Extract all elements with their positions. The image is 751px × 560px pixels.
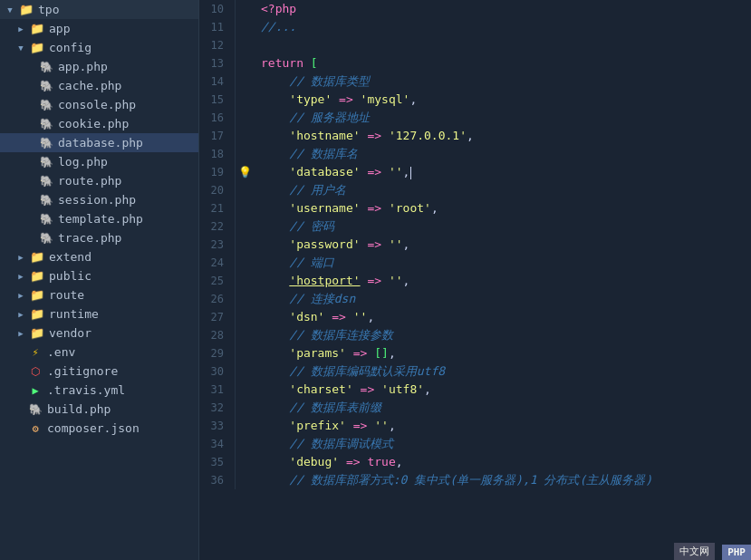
line-content: 'username' => 'root',	[254, 199, 751, 217]
file-icon: 🐘	[38, 61, 54, 73]
sidebar-item-runtime[interactable]: ▶📁runtime	[0, 304, 198, 323]
line-content: // 数据库类型	[254, 72, 751, 91]
sidebar-item-extend[interactable]: ▶📁extend	[0, 247, 198, 266]
line-content: //...	[254, 18, 751, 36]
sidebar-item-route.php[interactable]: 🐘route.php	[0, 171, 198, 190]
line-content: // 服务器地址	[254, 109, 751, 127]
code-line: 23 'password' => '',	[199, 236, 751, 254]
folder-icon: 📁	[29, 250, 45, 264]
file-icon: 🐘	[38, 137, 54, 150]
sidebar-item-.gitignore[interactable]: ⬡.gitignore	[0, 362, 198, 381]
sidebar-item-app[interactable]: ▶📁app	[0, 19, 198, 38]
line-number: 23	[199, 236, 236, 254]
folder-icon: 📁	[29, 288, 45, 302]
line-content: 'charset' => 'utf8',	[254, 381, 751, 399]
sidebar-item-label: session.php	[58, 193, 136, 207]
line-number: 21	[199, 199, 236, 217]
sidebar-item-app.php[interactable]: 🐘app.php	[0, 57, 198, 76]
code-line: 21 'username' => 'root',	[199, 199, 751, 217]
line-content: 'type' => 'mysql',	[254, 91, 751, 109]
arrow-icon: ▶	[14, 310, 27, 319]
code-line: 31 'charset' => 'utf8',	[199, 381, 751, 399]
line-gutter	[236, 254, 254, 272]
sidebar-item-label: trace.php	[58, 231, 121, 245]
sidebar-item-composer.json[interactable]: ⚙composer.json	[0, 419, 198, 438]
sidebar-item-tpo[interactable]: ▼📁tpo	[0, 0, 198, 19]
sidebar-item-trace.php[interactable]: 🐘trace.php	[0, 228, 198, 247]
arrow-icon: ▼	[4, 5, 16, 14]
arrow-icon: ▶	[14, 291, 27, 300]
sidebar-item-label: build.php	[47, 402, 111, 416]
sidebar-item-label: route	[49, 288, 84, 302]
line-number: 30	[199, 362, 236, 381]
code-line: 13return [	[199, 54, 751, 72]
file-icon: 🐘	[38, 99, 54, 111]
code-line: 26 // 连接dsn	[199, 290, 751, 308]
line-gutter	[236, 145, 254, 163]
file-icon: 🐘	[27, 403, 43, 416]
sidebar-item-vendor[interactable]: ▶📁vendor	[0, 323, 198, 343]
line-gutter	[236, 308, 254, 326]
sidebar-item-label: database.php	[58, 136, 143, 150]
code-line: 16 // 服务器地址	[199, 109, 751, 127]
line-number: 25	[199, 272, 236, 290]
sidebar-item-.travis.yml[interactable]: ▶.travis.yml	[0, 381, 198, 400]
line-content: <?php	[254, 0, 751, 18]
sidebar-item-console.php[interactable]: 🐘console.php	[0, 95, 198, 114]
line-number: 16	[199, 109, 236, 127]
editor-content: 10<?php11//...1213return [14 // 数据库类型15 …	[199, 0, 751, 489]
line-gutter	[236, 54, 254, 72]
sidebar-item-label: public	[49, 269, 91, 283]
sidebar-item-database.php[interactable]: 🐘database.php	[0, 133, 198, 152]
sidebar-item-label: .env	[47, 345, 75, 359]
line-number: 19	[199, 163, 236, 181]
sidebar-item-.env[interactable]: ⚡.env	[0, 343, 198, 362]
line-number: 29	[199, 344, 236, 362]
line-number: 31	[199, 381, 236, 399]
line-gutter	[236, 399, 254, 417]
bulb-icon: 💡	[238, 163, 252, 181]
code-line: 15 'type' => 'mysql',	[199, 91, 751, 109]
line-number: 15	[199, 91, 236, 109]
line-content: // 数据库调试模式	[254, 435, 751, 453]
line-gutter	[236, 127, 254, 145]
sidebar-item-cookie.php[interactable]: 🐘cookie.php	[0, 114, 198, 133]
line-content: 'dsn' => '',	[254, 308, 751, 326]
line-content: return [	[254, 54, 751, 72]
line-gutter	[236, 381, 254, 399]
folder-icon: 📁	[18, 3, 34, 16]
line-content: // 数据库连接参数	[254, 326, 751, 344]
sidebar-item-template.php[interactable]: 🐘template.php	[0, 209, 198, 228]
code-editor: 10<?php11//...1213return [14 // 数据库类型15 …	[199, 0, 751, 560]
line-gutter	[236, 471, 254, 489]
code-line: 20 // 用户名	[199, 181, 751, 199]
sidebar-item-label: tpo	[38, 3, 59, 16]
line-content: 'password' => '',	[254, 236, 751, 254]
file-explorer[interactable]: ▼📁tpo▶📁app▼📁config🐘app.php🐘cache.php🐘con…	[0, 0, 199, 560]
line-gutter	[236, 326, 254, 344]
sidebar-item-route[interactable]: ▶📁route	[0, 285, 198, 304]
line-gutter	[236, 417, 254, 435]
sidebar-item-label: config	[49, 41, 91, 54]
sidebar-item-build.php[interactable]: 🐘build.php	[0, 400, 198, 419]
sidebar-item-label: .gitignore	[47, 364, 118, 378]
line-number: 28	[199, 326, 236, 344]
sidebar-item-log.php[interactable]: 🐘log.php	[0, 152, 198, 171]
sidebar-item-public[interactable]: ▶📁public	[0, 266, 198, 285]
sidebar-item-session.php[interactable]: 🐘session.php	[0, 190, 198, 209]
line-content: // 密码	[254, 217, 751, 236]
sidebar-item-cache.php[interactable]: 🐘cache.php	[0, 76, 198, 95]
arrow-icon: ▶	[14, 253, 27, 262]
folder-icon: 📁	[29, 326, 45, 340]
line-number: 33	[199, 417, 236, 435]
line-gutter	[236, 272, 254, 290]
line-content: // 数据库名	[254, 145, 751, 163]
code-line: 11//...	[199, 18, 751, 36]
file-icon: 🐘	[38, 194, 54, 207]
line-gutter: 💡	[236, 163, 254, 181]
line-content: // 数据库编码默认采用utf8	[254, 362, 751, 381]
code-line: 17 'hostname' => '127.0.0.1',	[199, 127, 751, 145]
sidebar-item-label: extend	[49, 250, 91, 264]
sidebar-item-config[interactable]: ▼📁config	[0, 38, 198, 57]
line-content: 'prefix' => '',	[254, 417, 751, 435]
